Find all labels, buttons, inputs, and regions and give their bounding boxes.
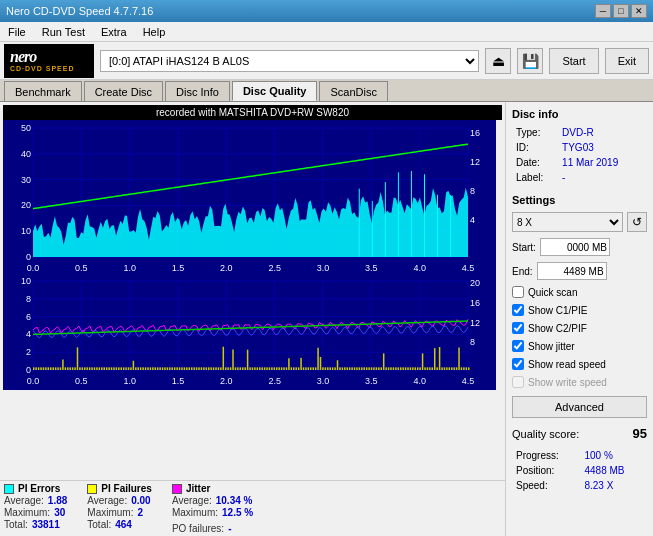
advanced-button[interactable]: Advanced bbox=[512, 396, 647, 418]
pi-errors-max-value: 30 bbox=[54, 507, 65, 518]
id-value: TYG03 bbox=[560, 141, 645, 154]
label-value: - bbox=[560, 171, 645, 184]
tab-benchmark[interactable]: Benchmark bbox=[4, 81, 82, 101]
lower-chart bbox=[3, 275, 496, 390]
show-c1pie-checkbox[interactable] bbox=[512, 304, 524, 316]
jitter-header: Jitter bbox=[172, 483, 253, 494]
speed-label: Speed: bbox=[514, 479, 580, 492]
jitter-avg-label: Average: bbox=[172, 495, 212, 506]
menu-run-test[interactable]: Run Test bbox=[38, 24, 89, 40]
pi-errors-max-row: Maximum: 30 bbox=[4, 507, 67, 518]
label-label: Label: bbox=[514, 171, 558, 184]
po-failures-label: PO failures: bbox=[172, 523, 224, 534]
quality-score-value: 95 bbox=[633, 426, 647, 441]
quality-score-label: Quality score: bbox=[512, 428, 579, 440]
header: nero CD·DVD SPEED [0:0] ATAPI iHAS124 B … bbox=[0, 42, 653, 80]
pi-errors-group: PI Errors Average: 1.88 Maximum: 30 Tota… bbox=[4, 483, 67, 534]
chart-title: recorded with MATSHITA DVD+RW SW820 bbox=[3, 105, 502, 120]
save-button[interactable]: 💾 bbox=[517, 48, 543, 74]
end-label: End: bbox=[512, 266, 533, 277]
pi-errors-max-label: Maximum: bbox=[4, 507, 50, 518]
pi-errors-color bbox=[4, 484, 14, 494]
show-read-speed-label: Show read speed bbox=[528, 359, 606, 370]
show-c2pif-row: Show C2/PIF bbox=[512, 322, 647, 334]
pi-failures-color bbox=[87, 484, 97, 494]
chart-area: recorded with MATSHITA DVD+RW SW820 bbox=[3, 105, 502, 477]
disc-info-table: Type: DVD-R ID: TYG03 Date: 11 Mar 2019 … bbox=[512, 124, 647, 186]
main-content: recorded with MATSHITA DVD+RW SW820 PI E… bbox=[0, 102, 653, 536]
tab-disc-info[interactable]: Disc Info bbox=[165, 81, 230, 101]
date-value: 11 Mar 2019 bbox=[560, 156, 645, 169]
jitter-group: Jitter Average: 10.34 % Maximum: 12.5 % … bbox=[172, 483, 253, 534]
quick-scan-row: Quick scan bbox=[512, 286, 647, 298]
pi-failures-max-value: 2 bbox=[137, 507, 143, 518]
drive-select[interactable]: [0:0] ATAPI iHAS124 B AL0S bbox=[100, 50, 479, 72]
end-row: End: bbox=[512, 262, 647, 280]
id-label: ID: bbox=[514, 141, 558, 154]
disc-info-title: Disc info bbox=[512, 108, 647, 120]
end-input[interactable] bbox=[537, 262, 607, 280]
progress-label: Progress: bbox=[514, 449, 580, 462]
minimize-button[interactable]: ─ bbox=[595, 4, 611, 18]
menu-file[interactable]: File bbox=[4, 24, 30, 40]
pi-failures-label: PI Failures bbox=[101, 483, 152, 494]
speed-row: 8 X ↺ bbox=[512, 212, 647, 232]
po-failures-row: PO failures: - bbox=[172, 523, 253, 534]
pi-failures-avg-row: Average: 0.00 bbox=[87, 495, 152, 506]
show-jitter-label: Show jitter bbox=[528, 341, 575, 352]
close-button[interactable]: ✕ bbox=[631, 4, 647, 18]
show-c2pif-checkbox[interactable] bbox=[512, 322, 524, 334]
menu-extra[interactable]: Extra bbox=[97, 24, 131, 40]
upper-chart bbox=[3, 120, 496, 275]
show-jitter-checkbox[interactable] bbox=[512, 340, 524, 352]
show-write-speed-checkbox bbox=[512, 376, 524, 388]
pi-failures-total-value: 464 bbox=[115, 519, 132, 530]
show-write-speed-label: Show write speed bbox=[528, 377, 607, 388]
jitter-max-row: Maximum: 12.5 % bbox=[172, 507, 253, 518]
show-write-speed-row: Show write speed bbox=[512, 376, 647, 388]
position-label: Position: bbox=[514, 464, 580, 477]
type-value: DVD-R bbox=[560, 126, 645, 139]
right-panel: Disc info Type: DVD-R ID: TYG03 Date: 11… bbox=[505, 102, 653, 536]
po-failures-value: - bbox=[228, 523, 231, 534]
jitter-avg-value: 10.34 % bbox=[216, 495, 253, 506]
show-c1pie-row: Show C1/PIE bbox=[512, 304, 647, 316]
pi-errors-header: PI Errors bbox=[4, 483, 67, 494]
maximize-button[interactable]: □ bbox=[613, 4, 629, 18]
tab-disc-quality[interactable]: Disc Quality bbox=[232, 81, 318, 101]
start-input[interactable] bbox=[540, 238, 610, 256]
titlebar: Nero CD-DVD Speed 4.7.7.16 ─ □ ✕ bbox=[0, 0, 653, 22]
menu-help[interactable]: Help bbox=[139, 24, 170, 40]
stats-bar: PI Errors Average: 1.88 Maximum: 30 Tota… bbox=[0, 480, 505, 536]
pi-failures-avg-value: 0.00 bbox=[131, 495, 150, 506]
pi-failures-max-label: Maximum: bbox=[87, 507, 133, 518]
show-read-speed-checkbox[interactable] bbox=[512, 358, 524, 370]
pi-failures-avg-label: Average: bbox=[87, 495, 127, 506]
start-row: Start: bbox=[512, 238, 647, 256]
speed-select[interactable]: 8 X bbox=[512, 212, 623, 232]
exit-button[interactable]: Exit bbox=[605, 48, 649, 74]
quick-scan-checkbox[interactable] bbox=[512, 286, 524, 298]
pi-errors-avg-row: Average: 1.88 bbox=[4, 495, 67, 506]
eject-button[interactable]: ⏏ bbox=[485, 48, 511, 74]
titlebar-title: Nero CD-DVD Speed 4.7.7.16 bbox=[6, 5, 153, 17]
jitter-avg-row: Average: 10.34 % bbox=[172, 495, 253, 506]
refresh-button[interactable]: ↺ bbox=[627, 212, 647, 232]
pi-errors-total-value: 33811 bbox=[32, 519, 60, 530]
pi-errors-avg-value: 1.88 bbox=[48, 495, 67, 506]
show-c1pie-label: Show C1/PIE bbox=[528, 305, 587, 316]
pi-failures-total-label: Total: bbox=[87, 519, 111, 530]
start-button[interactable]: Start bbox=[549, 48, 598, 74]
tab-scandisc[interactable]: ScanDisc bbox=[319, 81, 387, 101]
nero-logo: nero CD·DVD SPEED bbox=[4, 44, 94, 78]
progress-table: Progress: 100 % Position: 4488 MB Speed:… bbox=[512, 447, 647, 494]
date-label: Date: bbox=[514, 156, 558, 169]
tab-create-disc[interactable]: Create Disc bbox=[84, 81, 163, 101]
jitter-color bbox=[172, 484, 182, 494]
titlebar-controls: ─ □ ✕ bbox=[595, 4, 647, 18]
show-c2pif-label: Show C2/PIF bbox=[528, 323, 587, 334]
quick-scan-label: Quick scan bbox=[528, 287, 577, 298]
speed-value: 8.23 X bbox=[582, 479, 645, 492]
pi-errors-avg-label: Average: bbox=[4, 495, 44, 506]
pi-errors-total-row: Total: 33811 bbox=[4, 519, 67, 530]
